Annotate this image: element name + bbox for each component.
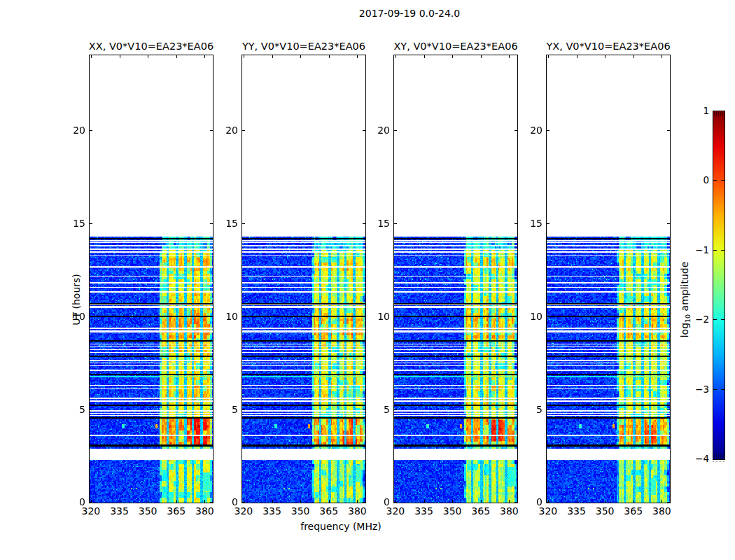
- x-axis-tick: [662, 500, 662, 503]
- x-axis-tick: [176, 500, 177, 503]
- spectrogram-canvas-2: [394, 55, 517, 503]
- y-tick-label: 10: [377, 311, 390, 322]
- x-axis-label: frequency (MHz): [300, 521, 382, 532]
- y-axis-tick: [514, 502, 517, 503]
- x-axis-tick: [605, 500, 606, 503]
- y-axis-tick: [547, 502, 550, 503]
- x-axis-tick: [452, 55, 453, 58]
- panel-title-xy: XY, V0*V10=EA23*EA06: [383, 41, 528, 52]
- x-tick-label: 335: [110, 505, 129, 517]
- x-axis-tick: [605, 55, 606, 58]
- x-axis-tick: [91, 55, 92, 58]
- y-axis-tick: [547, 316, 550, 317]
- x-axis-tick: [577, 500, 578, 503]
- x-axis-tick: [634, 55, 634, 58]
- y-axis-tick: [394, 130, 397, 131]
- y-axis-tick: [547, 223, 550, 224]
- y-axis-tick: [363, 130, 365, 131]
- y-axis-tick: [210, 223, 213, 224]
- y-tick-label: 0: [79, 496, 85, 507]
- x-axis-tick: [329, 500, 330, 503]
- x-axis-tick: [176, 55, 177, 58]
- y-axis-tick: [242, 130, 245, 131]
- x-axis-tick: [634, 500, 634, 503]
- spectrogram-panel-xy: XY, V0*V10=EA23*EA06 3203353503653800510…: [393, 55, 518, 503]
- y-axis-tick: [210, 130, 213, 131]
- y-axis-tick: [667, 316, 670, 317]
- x-axis-tick: [424, 55, 425, 58]
- y-tick-label: 15: [225, 218, 238, 229]
- colorbar-end-hatch-top: [714, 112, 724, 116]
- colorbar-tick-label: −1: [695, 244, 709, 255]
- x-axis-tick: [662, 55, 662, 58]
- spectrogram-canvas-3: [547, 55, 670, 503]
- y-axis-tick: [394, 316, 397, 317]
- y-tick-label: 15: [73, 218, 85, 229]
- y-tick-label: 5: [232, 404, 238, 415]
- y-axis-tick: [242, 410, 245, 410]
- y-axis-tick: [363, 502, 365, 503]
- x-tick-label: 350: [443, 505, 462, 517]
- x-tick-label: 335: [262, 505, 281, 517]
- x-axis-tick: [244, 55, 244, 58]
- x-axis-tick: [424, 500, 425, 503]
- x-tick-label: 380: [348, 505, 367, 517]
- y-axis-tick: [394, 502, 397, 503]
- colorbar-tick: [713, 180, 717, 181]
- y-tick-label: 5: [384, 404, 390, 415]
- y-axis-tick: [394, 223, 397, 224]
- x-tick-label: 335: [567, 505, 586, 517]
- x-axis-tick: [481, 500, 482, 503]
- y-axis-tick: [90, 502, 92, 503]
- x-axis-tick: [120, 500, 120, 503]
- spectrogram-canvas-1: [242, 55, 365, 503]
- y-tick-label: 10: [73, 311, 85, 322]
- y-tick-label: 20: [73, 125, 85, 136]
- y-axis-tick: [363, 316, 365, 317]
- x-tick-label: 350: [291, 505, 310, 517]
- colorbar-tick: [713, 389, 717, 390]
- x-axis-tick: [509, 55, 510, 58]
- colorbar-tick: [721, 319, 724, 320]
- figure-title: 2017-09-19 0.0-24.0: [359, 8, 460, 19]
- colorbar-tick: [721, 180, 724, 181]
- colorbar-tick-label: 1: [703, 105, 709, 116]
- colorbar-tick: [721, 250, 724, 251]
- x-tick-label: 350: [139, 505, 158, 517]
- y-axis-tick: [90, 223, 92, 224]
- y-axis-tick: [210, 502, 213, 503]
- y-axis-tick: [363, 410, 365, 410]
- y-tick-label: 15: [377, 218, 390, 229]
- y-tick-label: 20: [530, 125, 542, 136]
- y-tick-label: 5: [79, 404, 85, 415]
- y-axis-tick: [667, 223, 670, 224]
- figure: 2017-09-19 0.0-24.0 UT (hours) frequency…: [0, 0, 735, 560]
- y-axis-tick: [514, 223, 517, 224]
- x-tick-label: 365: [167, 505, 186, 517]
- x-axis-tick: [148, 55, 148, 58]
- x-tick-label: 380: [500, 505, 519, 517]
- y-tick-label: 20: [225, 125, 238, 136]
- y-axis-tick: [547, 130, 550, 131]
- y-axis-tick: [242, 316, 245, 317]
- x-axis-tick: [509, 500, 510, 503]
- x-axis-tick: [204, 55, 205, 58]
- x-axis-tick: [120, 55, 120, 58]
- x-axis-tick: [300, 500, 301, 503]
- x-axis-tick: [148, 500, 148, 503]
- spectrogram-panel-yy: YY, V0*V10=EA23*EA06 3203353503653800510…: [241, 55, 366, 503]
- colorbar-tick: [721, 389, 724, 390]
- y-axis-tick: [210, 410, 213, 410]
- y-axis-tick: [514, 130, 517, 131]
- y-tick-label: 15: [530, 218, 542, 229]
- x-axis-tick: [577, 55, 578, 58]
- y-axis-tick: [514, 410, 517, 410]
- y-tick-label: 0: [232, 496, 238, 507]
- y-axis-tick: [667, 130, 670, 131]
- x-tick-label: 365: [319, 505, 338, 517]
- x-axis-tick: [481, 55, 482, 58]
- x-axis-tick: [272, 55, 273, 58]
- colorbar-tick-label: −4: [695, 453, 709, 464]
- y-axis-tick: [90, 410, 92, 410]
- spectrogram-panel-yx: YX, V0*V10=EA23*EA06 3203353503653800510…: [546, 55, 671, 503]
